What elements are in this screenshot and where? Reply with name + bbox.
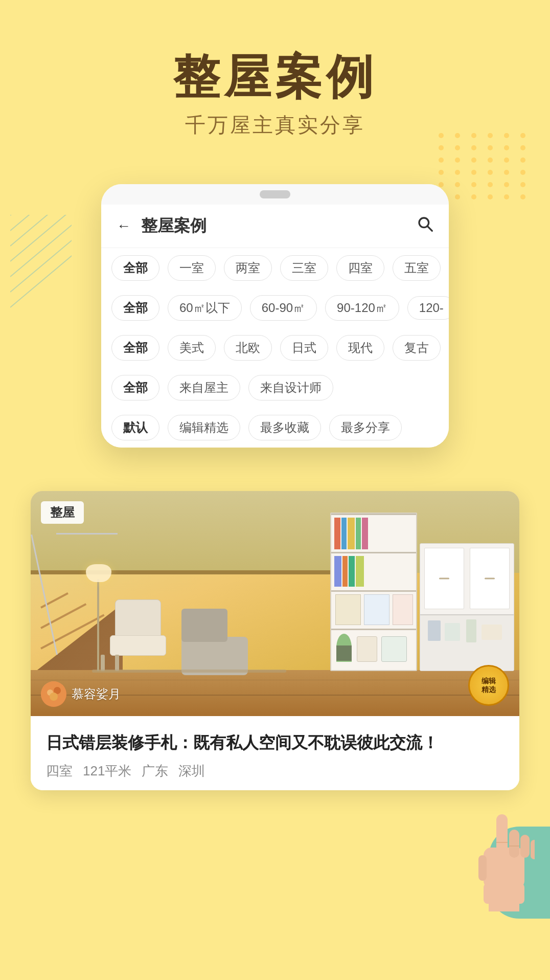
card-meta-area: 121平米 (83, 762, 131, 780)
filter-tag-60less[interactable]: 60㎡以下 (168, 295, 242, 321)
filter-tag-5room[interactable]: 五室 (393, 255, 441, 281)
header-section: 整屋案例 千万屋主真实分享 (0, 31, 550, 139)
page-main-title: 整屋案例 (10, 51, 540, 103)
filter-tag-all-area[interactable]: 全部 (111, 295, 159, 321)
content-card[interactable]: 整屋 编辑 精选 慕容娑月 日式错层装修手札：既有私人空间又不耽误彼此交流！ 四… (31, 491, 519, 790)
user-avatar (41, 681, 66, 707)
badge-editor-pick: 编辑 精选 (468, 665, 509, 706)
filter-tag-japanese[interactable]: 日式 (280, 335, 328, 361)
nav-title: 整屋案例 (141, 215, 417, 237)
phone-mockup: ← 整屋案例 全部 一室 两室 三室 四室 五室 全部 60㎡以下 60-90㎡… (101, 184, 449, 448)
filter-tag-most-share[interactable]: 最多分享 (329, 415, 402, 440)
filter-tag-default[interactable]: 默认 (111, 415, 159, 440)
svg-rect-11 (520, 835, 530, 858)
filter-row-style: 全部 美式 北欧 日式 现代 复古 (101, 328, 449, 368)
editor-badge-line2: 精选 (482, 685, 496, 694)
filter-tag-american[interactable]: 美式 (168, 335, 216, 361)
card-image: 整屋 编辑 精选 慕容娑月 (31, 491, 519, 716)
phone-top-bar (101, 184, 449, 205)
filter-tag-90-120[interactable]: 90-120㎡ (325, 295, 399, 321)
filter-tag-from-designer[interactable]: 来自设计师 (248, 375, 333, 400)
filter-tag-nordic[interactable]: 北欧 (224, 335, 272, 361)
editor-badge-line1: 编辑 (482, 677, 496, 685)
bg-dots-decoration (439, 133, 530, 199)
badge-type: 整屋 (41, 501, 84, 524)
filter-row-source: 全部 来自屋主 来自设计师 (101, 368, 449, 408)
svg-line-1 (428, 227, 432, 231)
filter-tag-120plus[interactable]: 120- (407, 296, 449, 320)
filter-tag-from-owner[interactable]: 来自屋主 (168, 375, 240, 400)
page-subtitle: 千万屋主真实分享 (10, 111, 540, 139)
card-meta-rooms: 四室 (46, 762, 73, 780)
filter-tag-4room[interactable]: 四室 (336, 255, 384, 281)
phone-notch (260, 190, 290, 198)
svg-rect-12 (531, 840, 535, 859)
card-meta-province: 广东 (142, 762, 168, 780)
hand-pointer-decoration (473, 809, 535, 914)
filter-tag-1room[interactable]: 一室 (168, 255, 216, 281)
filter-tag-2room[interactable]: 两室 (224, 255, 272, 281)
back-button[interactable]: ← (117, 218, 131, 234)
svg-point-5 (50, 693, 58, 701)
svg-rect-9 (509, 830, 519, 858)
svg-rect-15 (489, 899, 519, 911)
filter-tag-most-fav[interactable]: 最多收藏 (248, 415, 321, 440)
svg-rect-13 (478, 855, 487, 881)
filter-row-rooms: 全部 一室 两室 三室 四室 五室 (101, 248, 449, 288)
card-text-area: 日式错层装修手札：既有私人空间又不耽误彼此交流！ 四室 121平米 广东 深圳 (31, 716, 519, 790)
card-headline: 日式错层装修手札：既有私人空间又不耽误彼此交流！ (46, 730, 504, 755)
filter-tag-all-source[interactable]: 全部 (111, 375, 159, 400)
bg-lines-decoration (10, 215, 72, 317)
filter-tag-editor-pick[interactable]: 编辑精选 (168, 415, 240, 440)
search-icon[interactable] (417, 216, 433, 236)
filter-tag-all-style[interactable]: 全部 (111, 335, 159, 361)
filter-row-area: 全部 60㎡以下 60-90㎡ 90-120㎡ 120- (101, 288, 449, 328)
user-info: 慕容娑月 (41, 681, 121, 707)
filter-tag-retro[interactable]: 复古 (393, 335, 441, 361)
filter-tag-60-90[interactable]: 60-90㎡ (250, 295, 317, 321)
card-meta-city: 深圳 (178, 762, 205, 780)
filter-tag-all-rooms[interactable]: 全部 (111, 255, 159, 281)
user-name-label: 慕容娑月 (72, 686, 121, 702)
card-meta: 四室 121平米 广东 深圳 (46, 762, 504, 780)
filter-tag-3room[interactable]: 三室 (280, 255, 328, 281)
app-nav-bar: ← 整屋案例 (101, 205, 449, 248)
filter-row-sort: 默认 编辑精选 最多收藏 最多分享 (101, 408, 449, 448)
filter-tag-modern[interactable]: 现代 (336, 335, 384, 361)
